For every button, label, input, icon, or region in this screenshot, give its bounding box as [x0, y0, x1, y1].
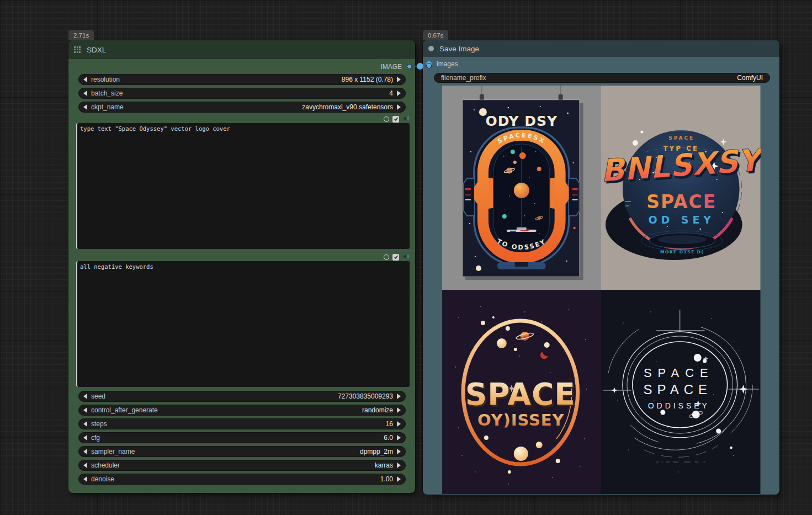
widget-label: denoise: [91, 475, 114, 483]
widget-filename-prefix[interactable]: filename_prefix ComfyUI: [434, 73, 770, 83]
image-output-row: IMAGE: [68, 59, 415, 74]
widget-value: 6.0: [384, 434, 393, 442]
mono-space2-text: SPACE: [644, 382, 712, 397]
widget-sampler-name[interactable]: sampler_name dpmpp_2m: [78, 446, 406, 457]
widget-cfg[interactable]: cfg 6.0: [78, 432, 406, 443]
widget-label: seed: [91, 392, 105, 400]
widget-value: randomize: [362, 406, 393, 414]
image-output-label: IMAGE: [380, 63, 402, 71]
widget-label: control_after_generate: [91, 406, 158, 414]
link-midpoint-dot[interactable]: [417, 63, 423, 70]
widget-ckpt-name[interactable]: ckpt_name zavychromaxl_v90.safetensors: [78, 102, 406, 113]
sdxl-node[interactable]: 2.71s SDXL IMAGE resolution 896 x 1152 (…: [68, 40, 415, 493]
save-node-title: Save Image: [439, 45, 479, 53]
sphere-tag-text: SPACE: [668, 135, 694, 141]
widget-value: karras: [375, 461, 393, 469]
save-image-node[interactable]: 0.67s Save Image images filename_prefix …: [423, 40, 779, 495]
decrement-arrow-icon[interactable]: [83, 449, 87, 454]
increment-arrow-icon[interactable]: [397, 104, 401, 110]
images-input-label: images: [437, 60, 458, 68]
save-exec-time-badge: 0.67s: [423, 30, 448, 40]
increment-arrow-icon[interactable]: [397, 449, 401, 454]
increment-arrow-icon[interactable]: [397, 463, 401, 468]
preview-image-poster[interactable]: ODY DSY SPACEESX: [442, 86, 602, 290]
widget-scheduler[interactable]: scheduler karras: [78, 460, 406, 471]
preview-image-sphere[interactable]: SPACE TYP CE BNLSXSY BNLSXSY SPACE OD SE…: [601, 86, 761, 290]
decrement-arrow-icon[interactable]: [83, 104, 87, 110]
collapse-dot-icon[interactable]: [428, 46, 434, 51]
widget-value: 4: [389, 89, 393, 97]
widget-label: filename_prefix: [441, 74, 486, 82]
sphere-caption-text: MORE O1SE D(: [660, 249, 704, 254]
decrement-arrow-icon[interactable]: [83, 394, 87, 399]
negative-prompt-textarea[interactable]: all negative keywords: [76, 261, 410, 387]
sdxl-exec-time-badge: 2.71s: [68, 30, 94, 40]
image-preview-grid: ODY DSY SPACEESX: [442, 86, 761, 494]
widget-seed[interactable]: seed 727303835009293: [78, 391, 406, 402]
checked-checkbox-icon[interactable]: [392, 254, 399, 261]
widget-value: zavychromaxl_v90.safetensors: [302, 103, 393, 111]
increment-arrow-icon[interactable]: [397, 77, 401, 82]
positive-prompt-toggle-row: [68, 115, 415, 123]
orbit-odyssey-text: OY)ISSEY: [477, 411, 564, 429]
increment-arrow-icon[interactable]: [397, 407, 401, 413]
images-input-row: images: [423, 57, 779, 71]
preview-image-mono[interactable]: SPACE SPACE ODDISSEY: [601, 290, 761, 494]
mono-space1-text: SPACE: [644, 366, 714, 380]
positive-prompt-textarea[interactable]: type text "Space Odyssey" vector logo co…: [76, 123, 410, 249]
speaker-icon[interactable]: [402, 252, 410, 262]
widget-resolution[interactable]: resolution 896 x 1152 (0.78): [78, 74, 406, 85]
decrement-arrow-icon[interactable]: [83, 463, 87, 468]
decrement-arrow-icon[interactable]: [83, 407, 87, 413]
speaker-icon[interactable]: [402, 114, 410, 124]
decrement-arrow-icon[interactable]: [83, 476, 87, 482]
preview-image-orbit[interactable]: SPACE SPACE OY)ISSEY: [442, 290, 602, 494]
widget-control-after-generate[interactable]: control_after_generate randomize: [78, 405, 406, 416]
node-grid-icon: [74, 46, 81, 54]
checked-checkbox-icon[interactable]: [392, 116, 399, 123]
widget-value: 1.00: [380, 475, 393, 483]
image-output-socket[interactable]: [407, 64, 412, 69]
widget-value: 16: [386, 420, 393, 428]
widget-label: scheduler: [91, 461, 120, 469]
mono-odyssey-text: ODDISSEY: [648, 401, 710, 410]
sphere-odsey-text: OD SEY: [648, 214, 715, 226]
sdxl-node-title: SDXL: [87, 46, 106, 54]
decrement-arrow-icon[interactable]: [83, 421, 87, 427]
increment-arrow-icon[interactable]: [397, 421, 401, 427]
widget-denoise[interactable]: denoise 1.00: [78, 474, 406, 485]
sdxl-node-header[interactable]: SDXL: [68, 40, 415, 59]
increment-arrow-icon[interactable]: [397, 394, 401, 399]
widget-value: 727303835009293: [338, 392, 393, 400]
decrement-arrow-icon[interactable]: [83, 91, 87, 96]
widget-value: ComfyUI: [737, 74, 763, 82]
increment-arrow-icon[interactable]: [397, 91, 401, 96]
save-node-header[interactable]: Save Image: [423, 40, 779, 57]
orbit-space-text: SPACE: [465, 376, 575, 412]
widget-value: dpmpp_2m: [360, 448, 393, 455]
widget-label: batch_size: [91, 89, 123, 97]
widget-label: cfg: [91, 434, 100, 442]
sphere-space-text: SPACE: [646, 191, 717, 213]
increment-arrow-icon[interactable]: [397, 435, 401, 440]
widget-label: resolution: [91, 76, 120, 83]
radio-toggle-icon[interactable]: [384, 254, 389, 260]
radio-toggle-icon[interactable]: [384, 116, 389, 122]
widget-batch-size[interactable]: batch_size 4: [78, 88, 406, 99]
widget-label: ckpt_name: [91, 103, 124, 111]
widget-value: 896 x 1152 (0.78): [342, 76, 393, 83]
images-input-socket-dot[interactable]: [426, 63, 432, 68]
decrement-arrow-icon[interactable]: [83, 435, 87, 440]
negative-prompt-toggle-row: [68, 253, 415, 261]
widget-steps[interactable]: steps 16: [78, 418, 406, 429]
node-graph-canvas[interactable]: 2.71s SDXL IMAGE resolution 896 x 1152 (…: [0, 0, 812, 515]
widget-label: steps: [91, 420, 107, 428]
decrement-arrow-icon[interactable]: [83, 77, 87, 82]
increment-arrow-icon[interactable]: [397, 476, 401, 482]
widget-label: sampler_name: [91, 448, 135, 455]
